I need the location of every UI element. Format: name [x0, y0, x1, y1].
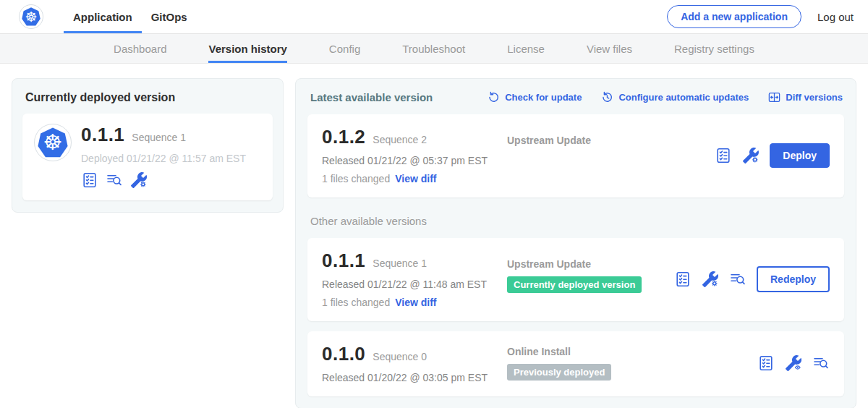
subnav-tab-view-files[interactable]: View files — [587, 34, 632, 63]
kubernetes-logo: ☸ — [19, 4, 43, 29]
logs-icon[interactable] — [812, 354, 830, 372]
check-for-update-label: Check for update — [505, 92, 582, 103]
logout-link[interactable]: Log out — [817, 11, 854, 23]
subnav-tab-troubleshoot[interactable]: Troubleshoot — [402, 34, 465, 63]
version-row-0-1-0: 0.1.0 Sequence 0 Released 01/20/22 @ 03:… — [307, 331, 844, 396]
checklist-icon[interactable] — [715, 147, 732, 164]
version-row-0-1-1: 0.1.1 Sequence 1 Released 01/21/22 @ 11:… — [307, 238, 844, 321]
logs-icon[interactable] — [729, 271, 746, 288]
subnav-tab-registry-settings[interactable]: Registry settings — [674, 34, 754, 63]
version-source-label: Online Install — [507, 346, 757, 357]
subnav-tab-version-history[interactable]: Version history — [208, 34, 286, 63]
redeploy-button[interactable]: Redeploy — [757, 266, 830, 292]
configure-automatic-updates-link[interactable]: Configure automatic updates — [600, 90, 749, 104]
config-icon[interactable] — [742, 147, 760, 164]
subnav-tab-license[interactable]: License — [507, 34, 545, 63]
check-for-update-link[interactable]: Check for update — [487, 90, 582, 104]
version-number: 0.1.2 — [322, 126, 365, 148]
version-number: 0.1.1 — [322, 250, 365, 272]
diff-versions-link[interactable]: Diff versions — [767, 90, 843, 104]
header-tabs: Application GitOps — [64, 0, 197, 33]
currently-deployed-card: Currently deployed version ☸ 0.1.1 Seque… — [12, 78, 284, 213]
sequence-label: Sequence 1 — [373, 258, 427, 269]
files-changed-label: 1 files changed — [322, 297, 390, 308]
released-timestamp: Released 01/21/22 @ 05:37 pm EST — [322, 155, 507, 166]
config-icon[interactable] — [130, 171, 148, 189]
tab-gitops[interactable]: GitOps — [142, 0, 197, 33]
sequence-label: Sequence 2 — [373, 134, 427, 145]
add-new-application-button[interactable]: Add a new application — [667, 5, 801, 28]
version-source-label: Upstream Update — [507, 258, 674, 270]
checklist-icon[interactable] — [81, 171, 98, 189]
view-diff-link[interactable]: View diff — [395, 297, 436, 308]
deployed-sequence-label: Sequence 1 — [132, 132, 186, 143]
schedule-icon — [600, 90, 614, 104]
version-source-label: Upstream Update — [507, 135, 715, 146]
deployed-version-card: ☸ 0.1.1 Sequence 1 Deployed 01/21/22 @ 1… — [22, 114, 273, 200]
version-number: 0.1.0 — [322, 343, 365, 365]
app-subnav: Dashboard Version history Config Trouble… — [0, 34, 868, 64]
released-timestamp: Released 01/20/22 @ 03:05 pm EST — [322, 372, 507, 383]
config-icon[interactable] — [702, 271, 719, 288]
view-diff-link[interactable]: View diff — [395, 173, 436, 184]
config-view-icon[interactable] — [785, 354, 802, 372]
app-icon: ☸ — [34, 124, 72, 161]
deploy-button[interactable]: Deploy — [770, 143, 830, 168]
subnav-tab-config[interactable]: Config — [329, 34, 360, 63]
diff-icon — [767, 90, 781, 104]
version-row-0-1-2: 0.1.2 Sequence 2 Released 01/21/22 @ 05:… — [307, 114, 844, 197]
currently-deployed-title: Currently deployed version — [25, 91, 273, 104]
currently-deployed-badge: Currently deployed version — [507, 276, 642, 293]
sequence-label: Sequence 0 — [373, 351, 427, 362]
diff-versions-label: Diff versions — [786, 92, 843, 103]
previously-deployed-badge: Previously deployed — [507, 364, 611, 381]
kubernetes-wheel-icon: ☸ — [22, 7, 41, 26]
deployed-timestamp: Deployed 01/21/22 @ 11:57 am EST — [81, 153, 246, 164]
refresh-icon — [487, 90, 501, 104]
released-timestamp: Released 01/21/22 @ 11:48 am EST — [322, 279, 507, 290]
logs-icon[interactable] — [106, 171, 123, 189]
checklist-icon[interactable] — [757, 354, 775, 372]
subnav-tab-dashboard[interactable]: Dashboard — [114, 34, 166, 63]
files-changed-label: 1 files changed — [322, 173, 390, 184]
deployed-version-number: 0.1.1 — [81, 124, 124, 146]
app-header: ☸ Application GitOps Add a new applicati… — [0, 0, 868, 34]
tab-application[interactable]: Application — [64, 0, 142, 33]
latest-version-title: Latest available version — [310, 91, 433, 103]
other-versions-title: Other available versions — [310, 215, 843, 227]
kubernetes-wheel-icon: ☸ — [38, 127, 68, 158]
checklist-icon[interactable] — [674, 271, 692, 288]
configure-automatic-updates-label: Configure automatic updates — [618, 92, 749, 103]
version-history-panel: Latest available version Check for updat… — [295, 78, 856, 408]
